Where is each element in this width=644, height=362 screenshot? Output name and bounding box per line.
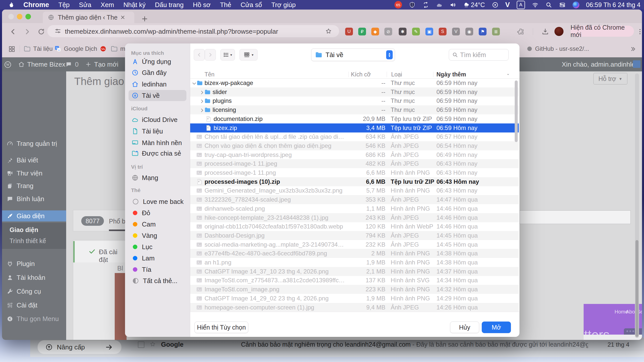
dialog-back-button[interactable]	[194, 49, 205, 61]
sidebar-item-icloud-drive[interactable]: iCloud Drive	[129, 114, 186, 125]
wp-menu-trang[interactable]: Trang	[2, 180, 66, 191]
file-row-documentation-zip[interactable]: documentation.zip20,9 MBTệp lưu trữ ZIP0…	[190, 114, 519, 123]
control-center-icon[interactable]	[559, 2, 566, 8]
column-name[interactable]: Tên	[205, 71, 215, 78]
wp-menu-bình-luận[interactable]: Bình luận	[2, 193, 66, 204]
dialog-search-field[interactable]: Tìm kiếm	[449, 49, 509, 61]
extension-seo-icon[interactable]: S	[439, 28, 447, 35]
back-button[interactable]	[9, 28, 17, 36]
wp-new-button[interactable]: Tạo mới	[94, 61, 118, 68]
location-stepper-icon[interactable]: ▲▼	[386, 50, 393, 59]
spotlight-icon[interactable]	[545, 2, 552, 8]
extension-flag-icon[interactable]: ⚑	[479, 28, 487, 35]
extension-notes-icon[interactable]: ≣	[492, 28, 500, 35]
cancel-button[interactable]: Hủy	[450, 322, 479, 333]
sidebar-item-cam[interactable]: Cam	[129, 219, 186, 230]
chrome-update-button[interactable]: Hiện đã có Chrome mới	[571, 26, 634, 37]
column-date[interactable]: Ngày thêm	[436, 71, 466, 78]
menubar-menu-tệp[interactable]: Tệp	[58, 1, 70, 9]
file-row-homepage-seen-computer-screen-1-jpg[interactable]: homepage-seen-computer-screen (1).jpg9,4…	[190, 303, 519, 312]
traffic-zoom-button[interactable]	[25, 14, 31, 19]
menubar-menu-xem[interactable]: Xem	[101, 1, 114, 9]
file-row-e377e4fb-42ec-4870-aec3-6cecdf6bd789-png[interactable]: e377e4fb-42ec-4870-aec3-6cecdf6bd789.png…	[190, 249, 519, 258]
sidebar-item-lục[interactable]: Lục	[129, 241, 186, 252]
menubar-clock[interactable]: 06:59 Th 6 24 thg 4	[586, 1, 640, 9]
menubar-menu-sửa[interactable]: Sửa	[79, 1, 91, 9]
chrome-menu-icon[interactable]	[636, 28, 642, 35]
email-checkbox[interactable]	[138, 341, 144, 348]
disclosure-closed-icon[interactable]	[199, 89, 205, 95]
sidebar-item-tất-cả-thẻ---[interactable]: Tất cả thẻ...	[129, 275, 186, 286]
new-tab-button[interactable]	[141, 15, 148, 23]
weather-item[interactable]: 24°C	[463, 1, 485, 9]
disclosure-open-icon[interactable]	[192, 80, 197, 85]
file-row-social-media-marketing-ag-mplate-23-2149073401-jpg[interactable]: social-media-marketing-ag...mplate_23-21…	[190, 240, 519, 249]
file-row-ch-n-t-i-giao-di-n-l-n-upl-d-file-zip-c-a-giao-di-n-jpeg[interactable]: Chọn tải giao diện lên & upl...d file .z…	[190, 132, 519, 141]
wp-site-name[interactable]: Theme Bizex	[27, 61, 65, 68]
file-row-gemini-generated-image-ux3zb3ux3zb3ux3z-png[interactable]: Gemini_Generated_Image_ux3zb3ux3zb3ux3z.…	[190, 186, 519, 195]
tab-close-icon[interactable]	[120, 14, 126, 20]
wp-menu-plugin[interactable]: Plugin	[2, 258, 66, 269]
star-icon[interactable]	[149, 341, 156, 347]
apple-menu-icon[interactable]	[8, 2, 14, 8]
v-app-icon[interactable]: V	[505, 1, 510, 9]
sidebar-item-tài-liệu[interactable]: Tài liệu	[129, 126, 186, 137]
file-row-chatgpt-image-14-29-02-23-thg-4-2026-png[interactable]: ChatGPT Image 14_29_02 23 thg 4, 2026.pn…	[190, 294, 519, 303]
column-size[interactable]: Kích cỡ	[351, 71, 371, 78]
sidebar-item-tía[interactable]: Tía	[129, 264, 186, 275]
wp-menu-công-cụ[interactable]: Công cụ	[2, 286, 66, 297]
wp-menu-giao-diện[interactable]: Giao diện	[2, 210, 66, 221]
wp-greeting[interactable]: Xin chào, admin.andinhle	[562, 61, 635, 68]
sort-chevron-icon[interactable]: ⌄	[506, 71, 510, 76]
wp-submenu-trinh-thiet-ke[interactable]: Trình thiết kế	[10, 237, 46, 245]
file-row-dashboard-design-jpg[interactable]: Dashboard-Design.jpg794 KBẢnh JPEG14:45 …	[190, 231, 519, 240]
wp-popular-tab[interactable]: Phổ bi	[109, 218, 127, 225]
bookmark-item-tài-liệu[interactable]: Tài liệu	[24, 44, 53, 53]
bookmark-star-icon[interactable]	[325, 28, 332, 35]
wp-installed-theme-card[interactable]: Đã cài đặt Bl	[73, 240, 127, 340]
list-view-button[interactable]: ▾	[220, 49, 235, 61]
bookmark-item-google-dịch[interactable]: GaGoogle Dịch	[54, 44, 97, 53]
gmail-email-row[interactable]: Google Cảnh báo bảo mật nghiêm trọng cho…	[131, 339, 644, 350]
show-options-button[interactable]: Hiển thị Tùy chọn	[194, 322, 248, 333]
traffic-close-button[interactable]	[8, 14, 14, 19]
sidebar-item-tài-về[interactable]: Tài về	[129, 90, 186, 101]
play-icon[interactable]	[492, 2, 499, 8]
extensions-puzzle-icon[interactable]	[517, 28, 525, 35]
sidebar-item-love-me-back[interactable]: Love me back	[129, 196, 186, 207]
sidebar-item-vàng[interactable]: Vàng	[129, 230, 186, 241]
file-row-ch-n-v-o-giao-di-n-ch-n-th-m-giao-di-n-jpeg[interactable]: Chọn vào giao diện & chọn thêm giao diện…	[190, 141, 519, 150]
profile-avatar[interactable]	[554, 27, 564, 36]
file-row-processed-images-10-zip[interactable]: processed-images (10).zip6,6 MBTệp lưu t…	[190, 177, 519, 186]
address-bar[interactable]: themebizex.dinhanweb.com/wp-admin/theme-…	[47, 25, 339, 37]
sidebar-item-ứng-dụng[interactable]: Ứng dụng	[129, 56, 186, 67]
menubar-menu-cửa-sổ[interactable]: Cửa sổ	[240, 1, 262, 9]
file-row-slider[interactable]: slider--Thư mục06:59 Hôm nay	[190, 87, 519, 97]
wp-submenu-giao-dien[interactable]: Giao diện	[10, 226, 38, 234]
wp-menu-thư-viện[interactable]: Thư viện	[2, 168, 66, 179]
bookmarks-overflow-icon[interactable]	[630, 46, 636, 52]
forward-button[interactable]	[23, 28, 31, 36]
wp-support-button[interactable]: Hỗ trợ▼	[593, 73, 627, 84]
extension-price-tag-icon[interactable]: ₽	[358, 28, 366, 35]
siri-icon[interactable]	[573, 2, 579, 8]
sidebar-item-đỏ[interactable]: Đỏ	[129, 207, 186, 218]
sidebar-item-lam[interactable]: Lam	[129, 253, 186, 264]
location-dropdown[interactable]: Tài về ▲▼	[311, 49, 395, 61]
reload-button[interactable]	[37, 28, 45, 36]
comments-count[interactable]: 0	[75, 61, 78, 68]
file-row-licensing[interactable]: licensing--Thư mục06:59 Hôm nay	[190, 105, 519, 114]
file-row-bizex-wp-pakcage[interactable]: bizex-wp-pakcage--Thư mục06:59 Hôm nay	[190, 78, 519, 87]
wp-menu-cài-đặt[interactable]: Cài đặt	[2, 300, 66, 311]
file-row-hike-concept-template-23-2148448238-1-jpg[interactable]: hike-concept-template_23-2148448238 (1).…	[190, 213, 519, 222]
menubar-menu-hồ-sơ[interactable]: Hồ sơ	[193, 1, 211, 9]
file-row-plugins[interactable]: plugins--Thư mục06:59 Hôm nay	[190, 96, 519, 105]
file-row-31222326-7782434-scaled-jpeg[interactable]: 31222326_7782434-scaled.jpeg353 KBẢnh JP…	[190, 195, 519, 204]
wp-menu-trang-quản-trị[interactable]: Trang quản trị	[2, 138, 66, 149]
file-row-processed-image-1-11-jpeg[interactable]: processed-image-1 11.jpeg482 KBẢnh JPEG0…	[190, 159, 519, 168]
file-row-original-cbb11cb70462cfeafab1f597e3180adb-webp[interactable]: original-cbb11cb70462cfeafab1f597e3180ad…	[190, 222, 519, 231]
wp-search-themes-field[interactable]	[519, 210, 631, 224]
bookmark-item-m[interactable]: m	[111, 44, 125, 53]
menubar-menu-nhật-ký[interactable]: Nhật ký	[124, 1, 146, 9]
gmail-upgrade-button[interactable]: Nâng cấp	[37, 340, 122, 354]
